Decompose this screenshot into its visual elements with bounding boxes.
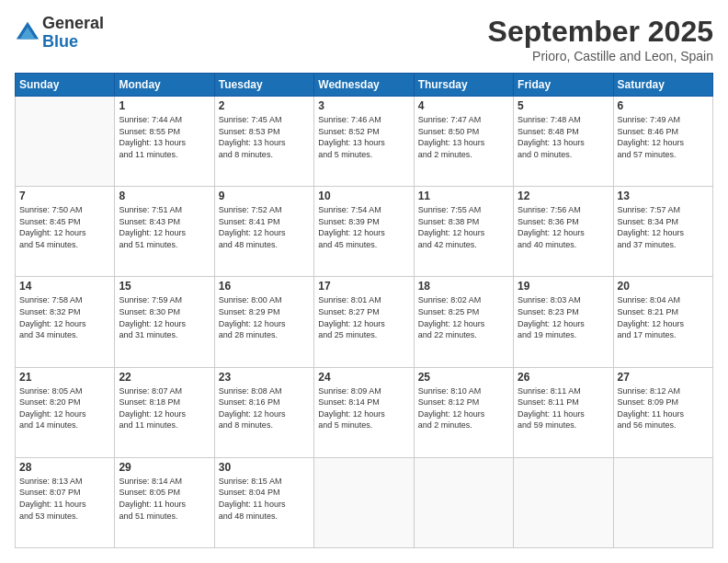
calendar-cell: 19Sunrise: 8:03 AM Sunset: 8:23 PM Dayli… <box>514 277 613 367</box>
day-info: Sunrise: 8:07 AM Sunset: 8:18 PM Dayligh… <box>119 385 210 431</box>
logo: General Blue <box>15 15 104 52</box>
calendar-cell: 10Sunrise: 7:54 AM Sunset: 8:39 PM Dayli… <box>314 187 414 277</box>
calendar-cell: 22Sunrise: 8:07 AM Sunset: 8:18 PM Dayli… <box>115 367 214 457</box>
calendar-cell: 16Sunrise: 8:00 AM Sunset: 8:29 PM Dayli… <box>214 277 313 367</box>
logo-general-text: General <box>42 15 104 33</box>
day-info: Sunrise: 8:01 AM Sunset: 8:27 PM Dayligh… <box>318 294 409 340</box>
calendar-cell: 30Sunrise: 8:15 AM Sunset: 8:04 PM Dayli… <box>214 457 313 547</box>
day-info: Sunrise: 8:03 AM Sunset: 8:23 PM Dayligh… <box>518 294 609 340</box>
logo-text: General Blue <box>42 15 104 52</box>
day-number: 24 <box>318 371 409 384</box>
day-number: 16 <box>219 280 310 293</box>
day-number: 2 <box>219 99 310 112</box>
day-info: Sunrise: 7:47 AM Sunset: 8:50 PM Dayligh… <box>418 114 509 160</box>
calendar-cell: 28Sunrise: 8:13 AM Sunset: 8:07 PM Dayli… <box>16 457 115 547</box>
day-number: 19 <box>518 280 609 293</box>
calendar-cell <box>314 457 414 547</box>
logo-blue-text: Blue <box>42 33 104 52</box>
day-info: Sunrise: 7:52 AM Sunset: 8:41 PM Dayligh… <box>219 204 310 250</box>
calendar-cell: 17Sunrise: 8:01 AM Sunset: 8:27 PM Dayli… <box>314 277 414 367</box>
calendar-cell: 5Sunrise: 7:48 AM Sunset: 8:48 PM Daylig… <box>514 97 613 187</box>
title-area: September 2025 Prioro, Castille and Leon… <box>488 15 713 63</box>
calendar-cell: 4Sunrise: 7:47 AM Sunset: 8:50 PM Daylig… <box>414 97 513 187</box>
day-info: Sunrise: 7:44 AM Sunset: 8:55 PM Dayligh… <box>119 114 210 160</box>
day-info: Sunrise: 8:11 AM Sunset: 8:11 PM Dayligh… <box>518 385 609 431</box>
day-info: Sunrise: 7:59 AM Sunset: 8:30 PM Dayligh… <box>119 294 210 340</box>
calendar-week-1: 7Sunrise: 7:50 AM Sunset: 8:45 PM Daylig… <box>16 187 713 277</box>
header: General Blue September 2025 Prioro, Cast… <box>15 15 713 63</box>
day-info: Sunrise: 7:45 AM Sunset: 8:53 PM Dayligh… <box>219 114 310 160</box>
col-tuesday: Tuesday <box>214 74 313 97</box>
day-info: Sunrise: 7:51 AM Sunset: 8:43 PM Dayligh… <box>119 204 210 250</box>
day-info: Sunrise: 7:57 AM Sunset: 8:34 PM Dayligh… <box>618 204 709 250</box>
calendar-cell: 13Sunrise: 7:57 AM Sunset: 8:34 PM Dayli… <box>613 187 712 277</box>
calendar-cell: 8Sunrise: 7:51 AM Sunset: 8:43 PM Daylig… <box>115 187 214 277</box>
day-number: 4 <box>418 99 509 112</box>
day-info: Sunrise: 8:05 AM Sunset: 8:20 PM Dayligh… <box>19 385 110 431</box>
calendar-cell: 3Sunrise: 7:46 AM Sunset: 8:52 PM Daylig… <box>314 97 414 187</box>
calendar-cell: 27Sunrise: 8:12 AM Sunset: 8:09 PM Dayli… <box>613 367 712 457</box>
day-number: 18 <box>418 280 509 293</box>
calendar-cell: 29Sunrise: 8:14 AM Sunset: 8:05 PM Dayli… <box>115 457 214 547</box>
day-info: Sunrise: 8:08 AM Sunset: 8:16 PM Dayligh… <box>219 385 310 431</box>
day-info: Sunrise: 7:46 AM Sunset: 8:52 PM Dayligh… <box>318 114 409 160</box>
calendar-cell: 14Sunrise: 7:58 AM Sunset: 8:32 PM Dayli… <box>16 277 115 367</box>
calendar-cell: 12Sunrise: 7:56 AM Sunset: 8:36 PM Dayli… <box>514 187 613 277</box>
logo-icon <box>15 20 40 46</box>
day-number: 5 <box>518 99 609 112</box>
calendar-table: Sunday Monday Tuesday Wednesday Thursday… <box>15 73 713 548</box>
calendar-cell: 6Sunrise: 7:49 AM Sunset: 8:46 PM Daylig… <box>613 97 712 187</box>
day-number: 25 <box>418 371 509 384</box>
calendar-header: Sunday Monday Tuesday Wednesday Thursday… <box>16 74 713 97</box>
day-info: Sunrise: 7:48 AM Sunset: 8:48 PM Dayligh… <box>518 114 609 160</box>
calendar-cell: 15Sunrise: 7:59 AM Sunset: 8:30 PM Dayli… <box>115 277 214 367</box>
calendar-week-0: 1Sunrise: 7:44 AM Sunset: 8:55 PM Daylig… <box>16 97 713 187</box>
day-info: Sunrise: 8:13 AM Sunset: 8:07 PM Dayligh… <box>19 476 110 522</box>
calendar-cell <box>514 457 613 547</box>
day-number: 9 <box>219 190 310 202</box>
header-row: Sunday Monday Tuesday Wednesday Thursday… <box>16 74 713 97</box>
calendar-cell: 26Sunrise: 8:11 AM Sunset: 8:11 PM Dayli… <box>514 367 613 457</box>
day-number: 11 <box>418 190 509 202</box>
calendar-cell: 1Sunrise: 7:44 AM Sunset: 8:55 PM Daylig… <box>115 97 214 187</box>
col-monday: Monday <box>115 74 214 97</box>
calendar-cell: 21Sunrise: 8:05 AM Sunset: 8:20 PM Dayli… <box>16 367 115 457</box>
calendar-cell: 7Sunrise: 7:50 AM Sunset: 8:45 PM Daylig… <box>16 187 115 277</box>
day-number: 8 <box>119 190 210 202</box>
day-number: 10 <box>318 190 409 202</box>
day-number: 7 <box>19 190 110 202</box>
day-info: Sunrise: 8:12 AM Sunset: 8:09 PM Dayligh… <box>618 385 709 431</box>
calendar-cell: 18Sunrise: 8:02 AM Sunset: 8:25 PM Dayli… <box>414 277 513 367</box>
page: General Blue September 2025 Prioro, Cast… <box>0 0 728 563</box>
day-number: 27 <box>618 371 709 384</box>
location: Prioro, Castille and Leon, Spain <box>488 49 713 63</box>
col-friday: Friday <box>514 74 613 97</box>
calendar-week-4: 28Sunrise: 8:13 AM Sunset: 8:07 PM Dayli… <box>16 457 713 547</box>
day-number: 21 <box>19 371 110 384</box>
col-sunday: Sunday <box>16 74 115 97</box>
calendar-cell: 25Sunrise: 8:10 AM Sunset: 8:12 PM Dayli… <box>414 367 513 457</box>
day-number: 29 <box>119 461 210 474</box>
day-number: 12 <box>518 190 609 202</box>
calendar-cell: 11Sunrise: 7:55 AM Sunset: 8:38 PM Dayli… <box>414 187 513 277</box>
day-number: 30 <box>219 461 310 474</box>
month-title: September 2025 <box>488 15 713 49</box>
day-info: Sunrise: 8:04 AM Sunset: 8:21 PM Dayligh… <box>618 294 709 340</box>
day-info: Sunrise: 8:09 AM Sunset: 8:14 PM Dayligh… <box>318 385 409 431</box>
day-info: Sunrise: 7:49 AM Sunset: 8:46 PM Dayligh… <box>618 114 709 160</box>
col-thursday: Thursday <box>414 74 513 97</box>
calendar-week-2: 14Sunrise: 7:58 AM Sunset: 8:32 PM Dayli… <box>16 277 713 367</box>
col-wednesday: Wednesday <box>314 74 414 97</box>
day-number: 17 <box>318 280 409 293</box>
day-number: 28 <box>19 461 110 474</box>
col-saturday: Saturday <box>613 74 712 97</box>
calendar-body: 1Sunrise: 7:44 AM Sunset: 8:55 PM Daylig… <box>16 97 713 548</box>
calendar-cell: 9Sunrise: 7:52 AM Sunset: 8:41 PM Daylig… <box>214 187 313 277</box>
day-info: Sunrise: 8:00 AM Sunset: 8:29 PM Dayligh… <box>219 294 310 340</box>
day-info: Sunrise: 7:58 AM Sunset: 8:32 PM Dayligh… <box>19 294 110 340</box>
day-number: 26 <box>518 371 609 384</box>
calendar-cell: 2Sunrise: 7:45 AM Sunset: 8:53 PM Daylig… <box>214 97 313 187</box>
day-number: 14 <box>19 280 110 293</box>
calendar-cell <box>16 97 115 187</box>
day-info: Sunrise: 7:50 AM Sunset: 8:45 PM Dayligh… <box>19 204 110 250</box>
